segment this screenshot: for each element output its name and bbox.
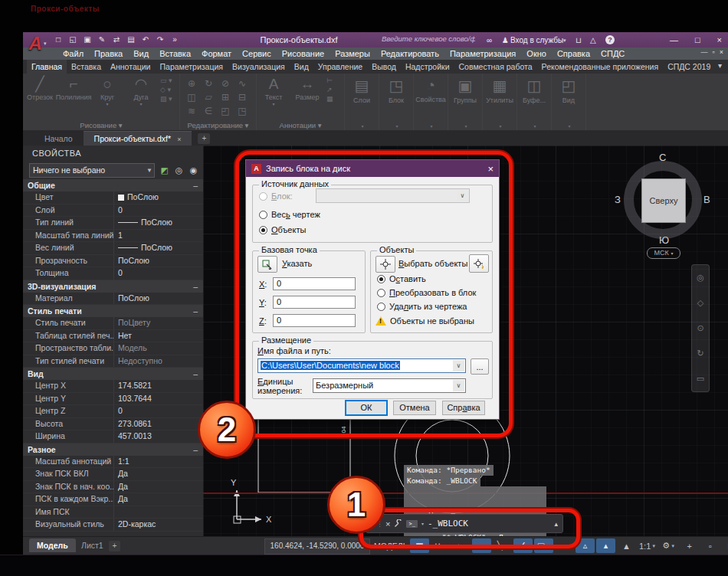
chevron-down-icon[interactable]: ▾ — [533, 123, 536, 129]
property-row[interactable]: ПрозрачностьПоСлою — [23, 255, 203, 268]
cart-icon[interactable]: ⊔ — [576, 36, 582, 44]
edit-tool-icon[interactable]: ⊞ — [217, 90, 234, 104]
chevron-down-icon[interactable]: ▼ — [651, 544, 656, 548]
orbit-icon[interactable]: ↻ — [697, 349, 703, 358]
ribbon-tab[interactable]: Вид — [290, 60, 313, 74]
menu-item[interactable]: Размеры — [330, 47, 375, 60]
dimension-button[interactable]: ↔Размер — [290, 75, 324, 106]
search-binoculars-icon[interactable]: ∞ — [487, 36, 492, 44]
mdi-restore-icon[interactable]: ▫ — [713, 48, 715, 56]
ribbon-tab[interactable]: Вставка — [67, 60, 106, 74]
new-doc-tab-button[interactable]: + — [198, 133, 210, 144]
viewcube-south[interactable]: Ю — [659, 234, 669, 246]
property-row[interactable]: Масштаб типа линий1 — [23, 230, 203, 243]
collapse-icon[interactable]: – — [193, 179, 198, 191]
property-row[interactable]: Знак ПСК в нач. коо...Да — [23, 481, 203, 494]
save-icon[interactable]: ▣ — [81, 34, 93, 45]
sign-in-caret-icon[interactable]: ▾ — [563, 38, 566, 44]
property-row[interactable]: Высота273.0861 — [23, 418, 203, 431]
qnew-icon[interactable]: □ — [52, 34, 64, 45]
property-row[interactable]: ЦветПоСлою — [23, 191, 203, 205]
property-value[interactable]: Да — [113, 493, 203, 506]
ribbon-tab[interactable]: Надстройки — [401, 60, 454, 74]
ribbon-button-polyline[interactable]: ⌐Полилиния — [57, 75, 90, 106]
panel-layers[interactable]: ▤Слои▾ — [345, 74, 379, 130]
chevron-down-icon[interactable]: ▼ — [146, 165, 152, 177]
pan-icon[interactable]: ◇ — [697, 298, 703, 308]
panel-block[interactable]: ◳Блок▾ — [379, 74, 414, 130]
property-value[interactable]: ПоСлою — [113, 242, 203, 254]
property-value[interactable]: ПоСлою — [113, 191, 203, 204]
panel-view[interactable]: ◰Вид▾ — [552, 74, 586, 130]
property-row[interactable]: Знак ПСК ВКЛДа — [23, 468, 203, 481]
viewcube-top-face[interactable]: Сверху — [641, 178, 686, 223]
property-row[interactable]: Тип линийПоСлою — [23, 217, 203, 230]
property-value[interactable]: ПоСлою — [113, 217, 203, 229]
edit-tool-icon[interactable]: ⊘ — [217, 77, 234, 90]
layout1-tab[interactable]: Лист1 — [74, 538, 111, 552]
property-value[interactable]: Модель — [113, 342, 203, 355]
mini-tool-icon[interactable]: ◇ ▾ — [160, 86, 172, 93]
property-row[interactable]: Стиль печатиПоЦвету — [23, 317, 203, 330]
ribbon-tab[interactable]: СПДС 2019 — [663, 60, 715, 74]
menu-item[interactable]: Файл — [57, 47, 89, 60]
viewcube-east[interactable]: В — [703, 194, 710, 205]
collapse-icon[interactable]: – — [193, 280, 198, 293]
ribbon-button-circle[interactable]: ○Круг▾ — [90, 75, 124, 106]
property-row[interactable]: Толщина0 — [23, 267, 203, 280]
steering-wheel-icon[interactable]: ◎ — [697, 273, 704, 283]
draw-panel-label[interactable]: Рисование ▾ — [23, 121, 179, 129]
doc-tab-start[interactable]: Начало — [34, 132, 84, 146]
saveas-icon[interactable]: ✎ — [96, 34, 108, 45]
property-value[interactable]: 174.5821 — [113, 380, 203, 392]
chevron-down-icon[interactable]: ▾ — [395, 123, 398, 129]
edit-tool-icon[interactable]: ≋ — [183, 104, 200, 118]
property-row[interactable]: Масштаб аннотаций1:1 — [23, 456, 203, 469]
mini-tool-icon[interactable]: ▦ — [326, 95, 333, 103]
mdi-minimize-icon[interactable]: — — [701, 48, 708, 56]
annot-autoscale-icon[interactable]: ▴ — [596, 538, 615, 553]
chevron-down-icon[interactable]: ▾ — [430, 123, 432, 129]
ribbon-tab[interactable]: Аннотации — [106, 60, 156, 74]
property-value[interactable]: ПоЦвету — [113, 317, 203, 329]
coordinates-readout[interactable]: 160.4624, -14.5290, 0.0000 — [264, 538, 370, 555]
hardware-accel-icon[interactable]: ⊡ — [721, 538, 728, 553]
annot-person-icon[interactable]: ▲ — [617, 538, 636, 553]
mini-tool-icon[interactable]: ▨ ▾ — [160, 95, 172, 103]
property-row[interactable]: Центр X174.5821 — [23, 380, 203, 393]
chevron-down-icon[interactable]: ▾ — [361, 123, 363, 129]
ucs-dropdown[interactable]: МСК ▾ — [647, 247, 680, 259]
undo-icon[interactable]: ↶ — [139, 34, 152, 45]
edit-tool-icon[interactable]: ▱ — [200, 90, 217, 104]
property-value[interactable]: ПоСлою — [113, 293, 203, 305]
menu-item[interactable]: Параметризация — [444, 47, 521, 60]
quick-select-icon[interactable]: ◉ — [187, 164, 200, 176]
section-header[interactable]: 3D-визуализация– — [23, 280, 203, 293]
crosshair-icon[interactable]: + — [680, 538, 699, 553]
section-header[interactable]: Стиль печати– — [23, 305, 203, 317]
new-layout-button[interactable]: + — [109, 541, 120, 551]
mdi-close-icon[interactable]: × — [720, 48, 723, 56]
chevron-down-icon[interactable]: ▾ — [106, 101, 108, 106]
property-row[interactable]: МатериалПоСлою — [23, 293, 203, 306]
doc-tab-close-icon[interactable]: × — [177, 136, 181, 143]
more-icon[interactable]: » — [169, 34, 181, 45]
viewcube-north[interactable]: С — [659, 152, 666, 163]
doc-tab-current[interactable]: Прокси-объекты.dxf*× — [84, 131, 192, 146]
menu-item[interactable]: Окно — [521, 47, 552, 60]
viewcube-west[interactable]: З — [615, 194, 621, 205]
property-value[interactable]: 1:1 — [113, 456, 203, 468]
property-row[interactable]: Имя ПСК — [23, 506, 203, 519]
section-header[interactable]: Общие– — [23, 179, 203, 191]
menu-item[interactable]: Вид — [128, 47, 154, 60]
showmotion-icon[interactable]: ▭ — [697, 374, 704, 384]
selection-dropdown[interactable]: Ничего не выбрано ▼ — [29, 163, 155, 178]
chevron-down-icon[interactable]: ▾ — [272, 101, 274, 106]
transfer-icon[interactable]: ⇄ — [110, 34, 123, 45]
collapse-icon[interactable]: – — [193, 443, 198, 456]
ribbon-tab[interactable]: Главная — [27, 60, 67, 74]
ribbon-tab[interactable]: Вывод — [367, 60, 401, 74]
ribbon-tab[interactable]: Визуализация — [228, 60, 290, 74]
panel-utilities[interactable]: ▦Утилиты▾ — [483, 74, 517, 130]
edit-tool-icon[interactable]: ◰ — [217, 104, 234, 118]
